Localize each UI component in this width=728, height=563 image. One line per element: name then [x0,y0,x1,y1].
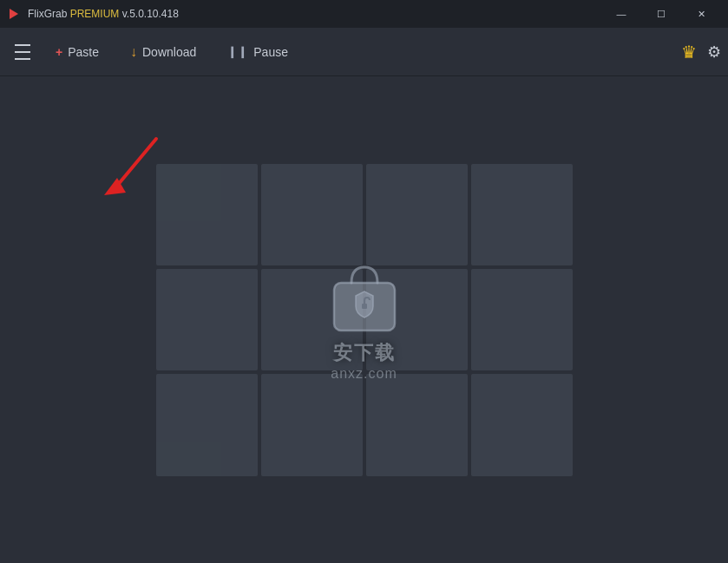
grid-cell [366,269,468,370]
grid-cell [471,269,573,370]
grid-cell [471,164,573,265]
svg-line-3 [113,139,156,191]
download-button[interactable]: ↓ Download [116,35,210,69]
grid-cell [261,374,363,475]
main-content: 安下载 anxz.com [0,76,728,563]
empty-grid-placeholder [156,164,573,476]
settings-icon[interactable]: ⚙ [707,43,721,62]
paste-icon: + [56,45,62,59]
title-bar: FlixGrab PREMIUM v.5.0.10.418 — ☐ ✕ [0,0,728,28]
download-icon: ↓ [130,44,137,60]
grid-cell [156,269,258,370]
download-label: Download [142,45,196,59]
pause-button[interactable]: ❙❙ Pause [213,35,302,69]
window-controls: — ☐ ✕ [601,0,721,28]
paste-button[interactable]: + Paste [42,35,113,69]
paste-label: Paste [68,45,99,59]
pause-label: Pause [253,45,288,59]
grid-cell [261,164,363,265]
close-button[interactable]: ✕ [681,0,721,28]
grid-cell [156,164,258,265]
grid-cell [366,374,468,475]
premium-crown-icon: ♛ [681,42,697,62]
maximize-button[interactable]: ☐ [641,0,681,28]
pause-icon: ❙❙ [227,45,248,58]
grid-cell [471,374,573,475]
svg-marker-0 [10,9,18,19]
toolbar: + Paste ↓ Download ❙❙ Pause ♛ ⚙ [0,28,728,76]
app-title: FlixGrab PREMIUM v.5.0.10.418 [28,8,179,20]
title-bar-left: FlixGrab PREMIUM v.5.0.10.418 [7,7,179,21]
app-icon [7,7,21,21]
svg-marker-4 [104,178,126,195]
grid-cell [366,164,468,265]
grid-cell [261,269,363,370]
toolbar-right: ♛ ⚙ [681,42,721,62]
grid-cell [156,374,258,475]
menu-button[interactable] [7,36,38,68]
minimize-button[interactable]: — [601,0,641,28]
hamburger-icon [15,42,30,62]
